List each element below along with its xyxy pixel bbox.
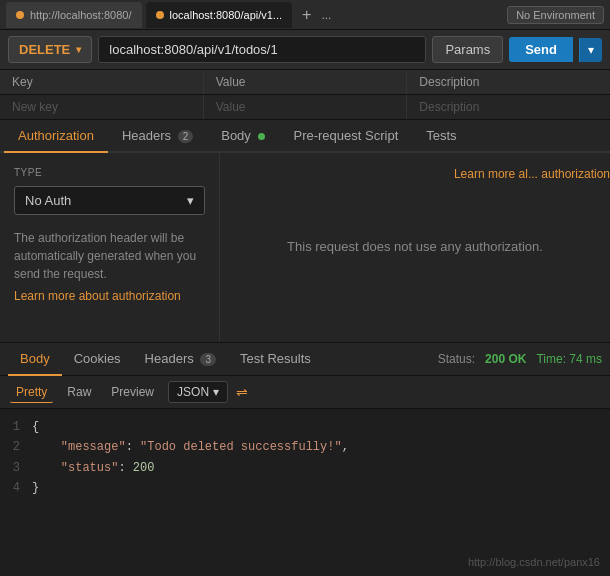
resp-tab-test-results[interactable]: Test Results [228,343,323,376]
time-value: 74 ms [569,352,602,366]
resp-headers-badge: 3 [200,353,216,366]
resp-tab-headers[interactable]: Headers 3 [133,343,228,376]
request-tabs: Authorization Headers 2 Body Pre-request… [0,120,610,153]
raw-button[interactable]: Raw [61,382,97,402]
resp-tab-cookies[interactable]: Cookies [62,343,133,376]
add-tab-button[interactable]: + [296,6,317,24]
method-chevron-icon: ▾ [76,44,81,55]
col-key-header: Key [0,70,204,94]
col-desc-header: Description [407,70,610,94]
line-num-1: 1 [0,417,32,437]
status-label: Status: [438,352,475,366]
format-bar: Pretty Raw Preview JSON ▾ ⇌ [0,376,610,409]
more-tabs-button[interactable]: ... [321,8,331,22]
response-code-block: 1 { 2 "message": "Todo deleted successfu… [0,409,610,507]
tab-tests[interactable]: Tests [412,120,470,153]
auth-type-label: TYPE [14,167,205,178]
line-content-2: "message": "Todo deleted successfully!", [32,437,349,457]
tab-api-v1[interactable]: localhost:8080/api/v1... [146,2,293,28]
auth-right-panel: This request does not use any authorizat… [220,153,610,342]
browser-tab-bar: http://localhost:8080/ localhost:8080/ap… [0,0,610,30]
watermark: http://blog.csdn.net/panx16 [468,556,600,568]
line-content-1: { [32,417,39,437]
code-line-4: 4 } [0,478,610,498]
body-dot-icon [258,133,265,140]
format-chevron-icon: ▾ [213,385,219,399]
auth-select-chevron-icon: ▾ [187,193,194,208]
url-bar: DELETE ▾ Params Send ▾ [0,30,610,70]
params-table-header: Key Value Description [0,70,610,95]
url-input[interactable] [98,36,426,63]
line-num-2: 2 [0,437,32,457]
auth-type-selector[interactable]: No Auth ▾ [14,186,205,215]
format-icon: ⇌ [236,384,248,400]
tab-pre-request-script[interactable]: Pre-request Script [279,120,412,153]
method-selector[interactable]: DELETE ▾ [8,36,92,63]
format-selector[interactable]: JSON ▾ [168,381,228,403]
auth-info-text: The authorization header will be automat… [14,229,205,305]
pretty-button[interactable]: Pretty [10,382,53,403]
time-label: Time: 74 ms [536,352,602,366]
status-value: 200 OK [485,352,526,366]
tab-dot-icon-2 [156,11,164,19]
auth-no-auth-text: This request does not use any authorizat… [287,237,543,258]
code-line-2: 2 "message": "Todo deleted successfully!… [0,437,610,457]
line-num-4: 4 [0,478,32,498]
auth-left-panel: TYPE No Auth ▾ The authorization header … [0,153,220,342]
tab-label-1: http://localhost:8080/ [30,9,132,21]
params-new-row: New key Value Description [0,95,610,119]
tab-headers[interactable]: Headers 2 [108,120,207,153]
auth-type-value: No Auth [25,193,71,208]
tab-body[interactable]: Body [207,120,279,153]
params-table: Key Value Description New key Value Desc… [0,70,610,120]
response-tabs-bar: Body Cookies Headers 3 Test Results Stat… [0,343,610,376]
method-label: DELETE [19,42,70,57]
headers-badge: 2 [178,130,194,143]
tab-authorization[interactable]: Authorization [4,120,108,153]
col-value-header: Value [204,70,408,94]
code-line-1: 1 { [0,417,610,437]
send-dropdown-button[interactable]: ▾ [579,38,602,62]
tab-localhost-8080[interactable]: http://localhost:8080/ [6,2,142,28]
code-line-3: 3 "status": 200 [0,458,610,478]
format-value: JSON [177,385,209,399]
preview-button[interactable]: Preview [105,382,160,402]
new-key-cell[interactable]: New key [0,95,204,119]
new-desc-cell[interactable]: Description [407,95,610,119]
no-environment-selector[interactable]: No Environment [507,6,604,24]
auth-learn-more-link[interactable]: Learn more al... authorization [454,167,610,181]
response-section: Body Cookies Headers 3 Test Results Stat… [0,343,610,507]
new-value-cell[interactable]: Value [204,95,408,119]
line-num-3: 3 [0,458,32,478]
auth-learn-link[interactable]: Learn more about authorization [14,287,205,305]
line-content-4: } [32,478,39,498]
params-button[interactable]: Params [432,36,503,63]
auth-section: TYPE No Auth ▾ The authorization header … [0,153,610,343]
tab-dot-icon [16,11,24,19]
send-button[interactable]: Send [509,37,573,62]
response-status-bar: Status: 200 OK Time: 74 ms [438,352,602,366]
line-content-3: "status": 200 [32,458,154,478]
tab-label-2: localhost:8080/api/v1... [170,9,283,21]
resp-tab-body[interactable]: Body [8,343,62,376]
